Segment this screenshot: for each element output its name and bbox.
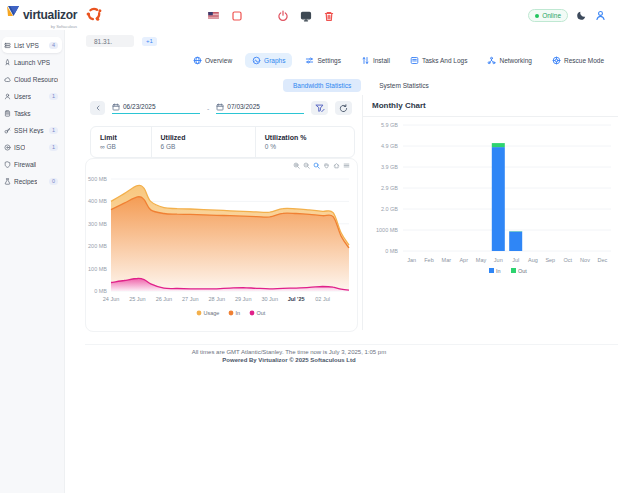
bandwidth-area-chart: 0 MB100 MB200 MB300 MB400 MB500 MB24 Jun… (87, 171, 355, 321)
restart-vps-button[interactable] (253, 9, 266, 22)
date-to-value: 07/03/2025 (227, 103, 260, 110)
poweroff-vps-button[interactable] (276, 9, 289, 22)
svg-text:2.0 GB: 2.0 GB (381, 206, 398, 212)
cloud-icon (4, 76, 11, 83)
sidebar-item-tasks[interactable]: Tasks (2, 105, 62, 121)
svg-text:5.9 GB: 5.9 GB (381, 122, 398, 128)
us-flag-icon[interactable] (207, 9, 220, 22)
date-prev-button[interactable] (90, 101, 105, 115)
sidebar-item-badge: 1 (49, 144, 58, 151)
sidebar-item-ssh-keys[interactable]: SSH Keys1 (2, 122, 62, 138)
filter-button[interactable] (311, 101, 328, 115)
svg-text:25 Jun: 25 Jun (129, 296, 146, 302)
online-dot-icon (535, 14, 539, 18)
header: virtualizor by Softaculous Online (0, 0, 620, 30)
console-button[interactable] (299, 9, 312, 22)
svg-text:Oct: Oct (563, 257, 572, 263)
list-box-icon (410, 56, 419, 65)
menu-lines-icon[interactable] (343, 162, 350, 169)
sidebar-item-label: Cloud Resources (14, 76, 58, 83)
vps-ip-extra-badge[interactable]: +1 (142, 37, 157, 46)
bandwidth-stats-box: Limit∞ GBUtilized6 GBUtilization %0 % (90, 126, 355, 158)
subtab-bandwidth-statistics[interactable]: Bandwidth Statistics (283, 79, 361, 92)
svg-text:Dec: Dec (597, 257, 607, 263)
svg-text:2.9 GB: 2.9 GB (381, 185, 398, 191)
tab-install[interactable]: Install (354, 53, 397, 68)
vps-ip[interactable]: 81.31. (86, 35, 134, 47)
date-to-field[interactable]: 07/03/2025 (216, 103, 304, 114)
footer: All times are GMT Atlantic/Stanley. The … (0, 349, 578, 363)
svg-text:Out: Out (257, 310, 266, 316)
stat-label: Utilized (161, 134, 255, 141)
home-icon[interactable] (333, 162, 340, 169)
calendar-icon (112, 103, 120, 111)
date-from-field[interactable]: 06/23/2025 (112, 103, 200, 114)
svg-text:Jan: Jan (407, 257, 416, 263)
sidebar-item-users[interactable]: Users1 (2, 88, 62, 104)
subtabs-row: Bandwidth StatisticsSystem Statistics (283, 79, 439, 92)
profile-icon[interactable] (595, 10, 606, 21)
delete-vps-button[interactable] (322, 9, 335, 22)
tab-label: Settings (317, 57, 341, 64)
sidebar-item-firewall[interactable]: Firewall (2, 156, 62, 172)
tab-graphs[interactable]: Graphs (245, 53, 292, 68)
tab-networking[interactable]: Networking (480, 53, 539, 68)
sidebar-item-iso[interactable]: ISO1 (2, 139, 62, 155)
user-icon (4, 93, 11, 100)
svg-text:Jul '25: Jul '25 (288, 296, 305, 302)
bandwidth-chart-card: 0 MB100 MB200 MB300 MB400 MB500 MB24 Jun… (85, 158, 358, 332)
svg-text:28 Jun: 28 Jun (209, 296, 226, 302)
tab-label: Graphs (264, 57, 285, 64)
tabs-row: OverviewGraphsSettingsInstallTasks And L… (186, 53, 611, 68)
brand-logo[interactable]: virtualizor by Softaculous (7, 5, 77, 29)
footer-powered-text: Powered By Virtualizor © 2025 Softaculou… (0, 357, 578, 363)
status-label: Online (542, 12, 561, 19)
tab-settings[interactable]: Settings (298, 53, 348, 68)
sidebar-item-launch-vps[interactable]: Launch VPS (2, 54, 62, 70)
tab-overview[interactable]: Overview (186, 53, 239, 68)
stat-value: 0 % (265, 143, 354, 150)
zoom-out-icon[interactable] (303, 162, 310, 169)
svg-text:Usage: Usage (204, 310, 220, 316)
svg-text:26 Jun: 26 Jun (156, 296, 173, 302)
pan-hand-icon[interactable] (323, 162, 330, 169)
zoom-in-icon[interactable] (293, 162, 300, 169)
svg-text:Nov: Nov (580, 257, 590, 263)
sidebar-item-label: ISO (14, 144, 25, 151)
sidebar-item-cloud-resources[interactable]: Cloud Resources (2, 71, 62, 87)
shield-icon (4, 161, 11, 168)
sidebar-item-recipes[interactable]: Recipes0 (2, 173, 62, 189)
lifebuoy-icon (552, 56, 561, 65)
svg-text:Aug: Aug (528, 257, 538, 263)
svg-text:Jul: Jul (512, 257, 519, 263)
sidebar-item-label: Users (14, 93, 31, 100)
svg-text:4.9 GB: 4.9 GB (381, 143, 398, 149)
flask-icon (4, 178, 11, 185)
svg-text:29 Jun: 29 Jun (235, 296, 252, 302)
disc-icon (4, 144, 11, 151)
subtab-system-statistics[interactable]: System Statistics (369, 79, 438, 92)
sidebar: List VPS4Launch VPSCloud ResourcesUsers1… (0, 30, 65, 493)
stat-utilized: Utilized6 GB (151, 127, 255, 157)
sidebar-item-label: SSH Keys (14, 127, 44, 134)
dark-mode-toggle-moon-icon[interactable] (576, 10, 587, 21)
footer-divider (85, 344, 618, 345)
sidebar-item-badge: 1 (49, 127, 58, 134)
sidebar-item-list-vps[interactable]: List VPS4 (2, 37, 62, 53)
stop-vps-button[interactable] (230, 9, 243, 22)
vps-action-bar (207, 9, 335, 22)
tab-tasks-and-logs[interactable]: Tasks And Logs (403, 53, 475, 68)
svg-text:Feb: Feb (424, 257, 433, 263)
svg-text:02 Jul: 02 Jul (315, 296, 330, 302)
stat-limit: Limit∞ GB (91, 127, 151, 157)
refresh-button[interactable] (335, 101, 352, 115)
tab-label: Rescue Mode (564, 57, 604, 64)
wave-chart-icon (252, 56, 261, 65)
svg-text:200 MB: 200 MB (88, 243, 107, 249)
tab-label: Networking (499, 57, 532, 64)
tab-rescue-mode[interactable]: Rescue Mode (545, 53, 611, 68)
date-from-value: 06/23/2025 (123, 103, 156, 110)
magnifier-icon[interactable] (313, 162, 320, 169)
sidebar-item-label: List VPS (14, 42, 39, 49)
svg-text:Apr: Apr (459, 257, 468, 263)
